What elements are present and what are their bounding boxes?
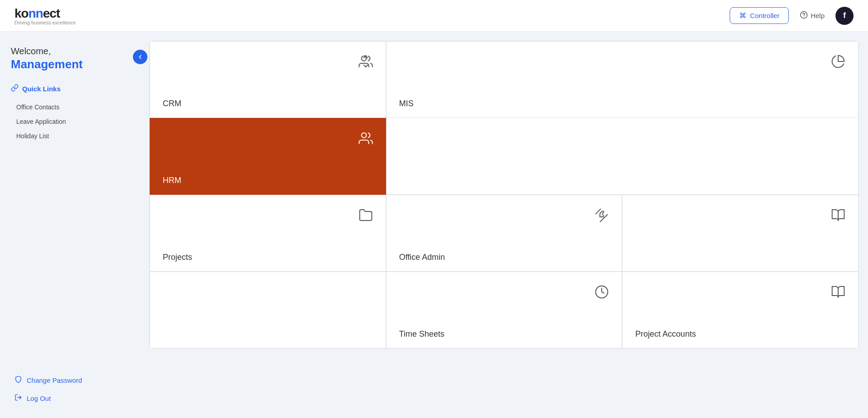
help-button[interactable]: Help [800, 11, 825, 20]
change-password-icon [14, 376, 22, 385]
module-card-project-accounts[interactable]: Project Accounts [622, 272, 859, 348]
svg-point-5 [361, 133, 366, 138]
quick-links-header: Quick Links [11, 84, 129, 94]
avatar[interactable]: f [835, 7, 854, 25]
topnav: konnect Driving business excellence ⌘ Co… [0, 0, 868, 32]
module-card-empty [150, 272, 386, 348]
module-grid: CRM MIS [149, 41, 859, 349]
quick-link-office-contacts[interactable]: Office Contacts [11, 100, 129, 114]
sidebar-bottom: Change Password Log Out [11, 371, 129, 407]
controller-label: Controller [750, 12, 779, 19]
controller-button[interactable]: ⌘ Controller [730, 7, 789, 24]
office-admin-icon [399, 208, 609, 222]
quick-link-holiday-list[interactable]: Holiday List [11, 129, 129, 143]
quick-links-icon [11, 84, 19, 94]
svg-line-6 [600, 215, 608, 222]
logo-area: konnect Driving business excellence [14, 6, 76, 25]
timesheets-icon [399, 285, 609, 299]
quick-links-section: Quick Links Office Contacts Leave Applic… [11, 84, 129, 143]
welcome-text: Welcome, [11, 46, 129, 56]
logo-tagline: Driving business excellence [14, 20, 76, 25]
controller-icon: ⌘ [739, 11, 746, 20]
timesheets-label: Time Sheets [399, 329, 609, 339]
sidebar-toggle[interactable] [133, 50, 147, 64]
quick-link-leave-application[interactable]: Leave Application [11, 114, 129, 129]
projects-icon [163, 208, 373, 222]
change-password-button[interactable]: Change Password [11, 371, 129, 389]
hrm-label: HRM [163, 176, 373, 185]
help-label: Help [811, 12, 825, 19]
content-area: CRM MIS [140, 32, 868, 418]
crm-label: CRM [163, 99, 373, 108]
logout-button[interactable]: Log Out [11, 389, 129, 407]
project-accounts-icon [635, 285, 845, 299]
crm-icon [163, 54, 373, 69]
project-accounts-label: Project Accounts [635, 329, 845, 339]
office-admin-label: Office Admin [399, 253, 609, 262]
sidebar: Welcome, Management Quick Links Office C… [0, 32, 140, 418]
help-icon [800, 11, 808, 20]
logout-label: Log Out [27, 395, 51, 402]
hrm-icon [163, 131, 373, 146]
welcome-name: Management [11, 57, 129, 71]
module-card-mis[interactable]: MIS [386, 41, 859, 118]
module-card-kb[interactable] [622, 195, 859, 272]
quick-links-label: Quick Links [22, 85, 61, 93]
module-card-hrm[interactable]: HRM [150, 118, 386, 195]
change-password-label: Change Password [27, 376, 82, 384]
logo: konnect [14, 6, 76, 21]
nav-right: ⌘ Controller Help f [730, 7, 854, 25]
kb-icon [635, 208, 845, 222]
module-card-mis-bottom [386, 118, 859, 195]
module-card-timesheets[interactable]: Time Sheets [386, 272, 623, 348]
logout-icon [14, 394, 22, 403]
module-card-projects[interactable]: Projects [150, 195, 386, 272]
main-layout: Welcome, Management Quick Links Office C… [0, 32, 868, 418]
module-card-office-admin[interactable]: Office Admin [386, 195, 623, 272]
mis-label: MIS [399, 99, 845, 108]
projects-label: Projects [163, 253, 373, 262]
mis-icon [399, 54, 845, 69]
module-card-crm[interactable]: CRM [150, 41, 386, 118]
